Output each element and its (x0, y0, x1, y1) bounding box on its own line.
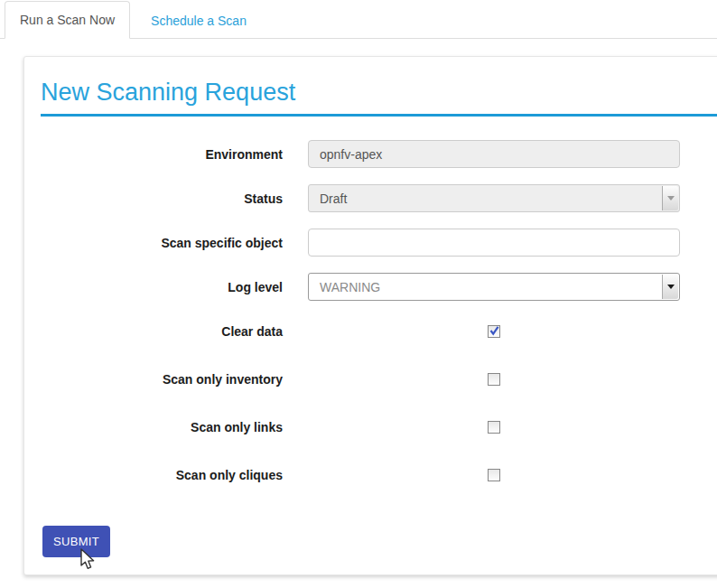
title-underline (41, 114, 717, 117)
scan-specific-object-label: Scan specific object (41, 236, 283, 250)
scan-only-inventory-checkbox[interactable] (488, 373, 500, 386)
submit-button[interactable]: SUBMIT (42, 526, 110, 557)
tab-bar: Run a Scan Now Schedule a Scan (0, 0, 717, 39)
tab-run-a-scan-now[interactable]: Run a Scan Now (5, 1, 130, 39)
status-label: Status (41, 191, 283, 206)
scan-specific-object-input[interactable] (308, 229, 680, 257)
status-dropdown-button (662, 186, 678, 210)
log-level-select-value: WARNING (320, 280, 380, 294)
environment-label: Environment (41, 147, 283, 162)
scan-request-form: Environment Status Draft Scan specific o… (24, 140, 717, 557)
form-row-scan-specific-object: Scan specific object (41, 229, 717, 257)
form-row-environment: Environment (41, 140, 717, 168)
scan-only-inventory-label: Scan only inventory (41, 372, 283, 387)
form-row-scan-only-links: Scan only links (41, 413, 717, 441)
new-scanning-request-card: New Scanning Request Environment Status … (23, 56, 717, 575)
status-select: Draft (308, 184, 680, 212)
checkmark-icon (489, 326, 499, 336)
form-row-clear-data: Clear data (41, 317, 717, 345)
log-level-select[interactable]: WARNING (308, 273, 680, 301)
page-title: New Scanning Request (41, 79, 717, 106)
scan-only-links-label: Scan only links (41, 420, 283, 434)
tab-schedule-a-scan[interactable]: Schedule a Scan (136, 3, 261, 39)
log-level-dropdown-button[interactable] (662, 275, 678, 299)
scan-only-links-checkbox[interactable] (488, 421, 500, 434)
scan-only-cliques-label: Scan only cliques (41, 468, 283, 482)
chevron-down-icon (667, 285, 675, 289)
log-level-label: Log level (41, 280, 283, 294)
form-row-status: Status Draft (41, 184, 717, 212)
form-row-log-level: Log level WARNING (41, 273, 717, 301)
clear-data-label: Clear data (41, 324, 283, 339)
scan-only-cliques-checkbox[interactable] (488, 469, 500, 481)
chevron-down-icon (667, 196, 675, 201)
form-row-scan-only-inventory: Scan only inventory (41, 365, 717, 393)
status-select-value: Draft (320, 191, 347, 206)
clear-data-checkbox[interactable] (488, 325, 500, 338)
environment-field (308, 140, 680, 168)
form-row-scan-only-cliques: Scan only cliques (41, 461, 717, 489)
